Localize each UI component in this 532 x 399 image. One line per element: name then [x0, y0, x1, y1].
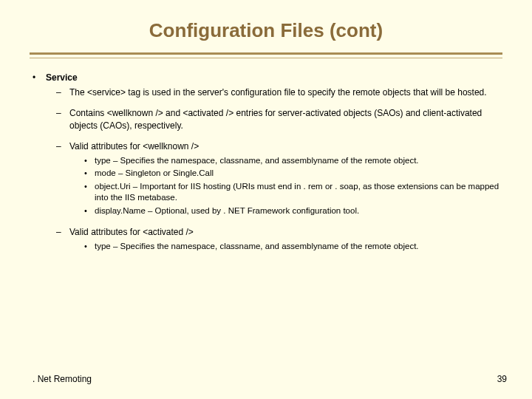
wellknown-attr-0: type – Specifies the namespace, classnam… [83, 155, 502, 167]
slide: Configuration Files (cont) Service The <… [0, 0, 532, 399]
wellknown-attr-3: display.Name – Optional, used by . NET F… [83, 205, 502, 217]
service-point-3: Valid attributes for <activated /> [55, 226, 502, 238]
bullet-service: Service [30, 72, 502, 83]
slide-title: Configuration Files (cont) [30, 19, 502, 42]
wellknown-attr-2: object.Uri – Important for IIS hosting (… [83, 181, 502, 204]
service-point-1: Contains <wellknown /> and <activated />… [55, 107, 502, 131]
rule-thick [30, 52, 502, 55]
footer-left: . Net Remoting [33, 374, 92, 384]
wellknown-attr-1: mode – Singleton or Single.Call [83, 168, 502, 180]
activated-attr-0: type – Specifies the namespace, classnam… [83, 241, 502, 253]
title-rule [30, 52, 502, 58]
service-heading: Service [46, 72, 78, 83]
footer-page-number: 39 [497, 374, 507, 384]
service-point-2: Valid attributes for <wellknown /> [55, 140, 502, 152]
content-body: Service The <service> tag is used in the… [30, 72, 502, 252]
rule-thin [30, 58, 502, 58]
service-point-0: The <service> tag is used in the server'… [55, 86, 502, 98]
